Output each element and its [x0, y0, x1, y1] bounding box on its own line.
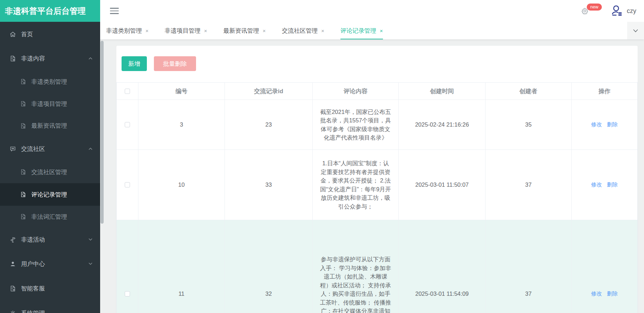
- cell-content: 参与非遗保护可从以下方面入手： 学习与体验：参加非遗工坊（如扎染、木雕课程）或社…: [313, 220, 399, 313]
- cell-content: 1.日本“人间国宝”制度：认定重要技艺持有者并提供资金，要求其公开授徒； 2.法…: [313, 150, 399, 220]
- row-select-cell: [117, 100, 138, 149]
- sidebar-item-community-mgmt[interactable]: 交流社区管理: [0, 161, 100, 183]
- cell-id: 3: [138, 100, 225, 149]
- main-content: 新增 批量删除 编号 交流记录id 评论内容 创建时间 创建者 操作 3 23: [100, 39, 644, 313]
- chevron-down-icon: [89, 263, 92, 265]
- toolbar: 新增 批量删除: [116, 46, 638, 71]
- document-gear-icon: [9, 285, 16, 292]
- edit-link[interactable]: 修改: [591, 121, 602, 128]
- hamburger-menu-icon[interactable]: [110, 8, 119, 14]
- edit-link[interactable]: 修改: [591, 181, 602, 189]
- tab-project-mgmt[interactable]: 非遗项目管理 ×: [165, 22, 207, 39]
- sidebar-item-system-mgmt[interactable]: 系统管理: [0, 301, 100, 313]
- select-all-checkbox[interactable]: [125, 89, 130, 94]
- tab-label: 非遗项目管理: [165, 27, 201, 35]
- table-row: 10 33 1.日本“人间国宝”制度：认定重要技艺持有者并提供资金，要求其公开授…: [117, 150, 637, 220]
- close-icon[interactable]: ×: [321, 28, 324, 34]
- tab-category-mgmt[interactable]: 非遗类别管理 ×: [106, 22, 149, 39]
- sidebar-item-community[interactable]: 交流社区: [0, 137, 100, 161]
- add-button[interactable]: 新增: [122, 56, 147, 71]
- app-screen: 非遗科普平台后台管理 首页 非遗内容 非遗类别管理: [0, 0, 644, 313]
- sidebar-item-label: 交流社区: [21, 145, 45, 153]
- row-select-cell: [117, 220, 138, 313]
- close-icon[interactable]: ×: [263, 28, 266, 34]
- header-select-cell: [117, 83, 138, 100]
- comment-records-panel: 新增 批量删除 编号 交流记录id 评论内容 创建时间 创建者 操作 3 23: [116, 46, 638, 313]
- column-header-creator: 创建者: [486, 83, 572, 100]
- sidebar-item-category-mgmt[interactable]: 非遗类别管理: [0, 70, 100, 93]
- table-row: 11 32 参与非遗保护可从以下方面入手： 学习与体验：参加非遗工坊（如扎染、木…: [117, 220, 637, 313]
- sidebar-item-project-mgmt[interactable]: 非遗项目管理: [0, 93, 100, 115]
- tab-comment-mgmt[interactable]: 评论记录管理 ×: [340, 22, 383, 39]
- delete-link[interactable]: 删除: [607, 290, 618, 298]
- sidebar-item-label: 首页: [21, 30, 33, 38]
- delete-link[interactable]: 删除: [607, 121, 618, 128]
- app-title: 非遗科普平台后台管理: [0, 0, 100, 22]
- comment-table: 编号 交流记录id 评论内容 创建时间 创建者 操作 3 23 截至2021年，…: [116, 82, 638, 313]
- document-gear-icon: [20, 78, 26, 85]
- sidebar-item-user-center[interactable]: 用户中心: [0, 251, 100, 276]
- close-icon[interactable]: ×: [204, 28, 207, 34]
- tab-label: 非遗类别管理: [106, 27, 142, 35]
- chevron-down-icon: [89, 238, 92, 241]
- chat-icon: [9, 146, 16, 152]
- document-gear-icon: [20, 123, 26, 129]
- sidebar-menu: 首页 非遗内容 非遗类别管理 非遗项目管理: [0, 22, 100, 313]
- cell-id: 11: [138, 220, 225, 313]
- cell-creator: 37: [486, 220, 572, 313]
- document-gear-icon: [20, 213, 26, 220]
- close-icon[interactable]: ×: [145, 28, 149, 34]
- row-checkbox[interactable]: [125, 291, 130, 296]
- column-header-actions: 操作: [572, 83, 637, 100]
- table-row: 3 23 截至2021年，国家已公布五批名录，共1557个项目，具体可参考《国家…: [117, 100, 637, 150]
- sidebar-item-label: 最新资讯管理: [31, 122, 67, 130]
- cell-id: 10: [138, 150, 225, 220]
- sidebar-item-news-mgmt[interactable]: 最新资讯管理: [0, 115, 100, 137]
- new-badge: new: [587, 4, 602, 11]
- cell-creator: 37: [486, 150, 572, 220]
- row-checkbox[interactable]: [125, 182, 130, 187]
- cell-created-at: 2025-03-01 11:54:09: [399, 220, 486, 313]
- batch-delete-button[interactable]: 批量删除: [154, 56, 196, 71]
- cell-record-id: 32: [225, 220, 313, 313]
- scrollbar-thumb[interactable]: [100, 41, 104, 224]
- document-gear-icon: [20, 169, 26, 175]
- close-icon[interactable]: ×: [380, 28, 383, 34]
- edit-link[interactable]: 修改: [591, 290, 602, 298]
- document-gear-icon: [9, 55, 16, 62]
- column-header-created-at: 创建时间: [399, 83, 486, 100]
- user-icon: [9, 261, 16, 267]
- cell-actions: 修改 删除: [572, 100, 637, 149]
- sidebar-item-heritage-content[interactable]: 非遗内容: [0, 46, 100, 70]
- sidebar-item-label: 系统管理: [21, 309, 45, 313]
- sidebar-item-label: 非遗活动: [21, 236, 45, 244]
- user-avatar-icon[interactable]: [610, 5, 623, 18]
- sidebar-item-label: 用户中心: [21, 260, 45, 268]
- tab-label: 最新资讯管理: [223, 27, 259, 35]
- sidebar-item-smart-service[interactable]: 智能客服: [0, 276, 100, 301]
- sidebar-item-activity[interactable]: 非遗活动: [0, 228, 100, 251]
- sidebar-item-label: 非法词汇管理: [31, 213, 67, 221]
- row-checkbox[interactable]: [125, 122, 130, 127]
- sidebar-item-illegal-words-mgmt[interactable]: 非法词汇管理: [0, 206, 100, 228]
- table-header-row: 编号 交流记录id 评论内容 创建时间 创建者 操作: [117, 83, 637, 100]
- sidebar-item-label: 非遗类别管理: [31, 78, 67, 86]
- signpost-icon: [9, 236, 16, 243]
- gear-icon: [9, 310, 16, 313]
- sidebar-item-label: 非遗内容: [21, 55, 45, 63]
- cell-creator: 35: [486, 100, 572, 149]
- column-header-record-id: 交流记录id: [225, 83, 313, 100]
- chevron-down-icon: [633, 29, 638, 32]
- delete-link[interactable]: 删除: [607, 181, 618, 189]
- sidebar-item-label: 交流社区管理: [31, 168, 67, 176]
- tab-news-mgmt[interactable]: 最新资讯管理 ×: [223, 22, 266, 39]
- username-label: czy: [627, 7, 636, 15]
- cell-record-id: 33: [225, 150, 313, 220]
- sidebar-item-comment-mgmt[interactable]: 评论记录管理: [0, 183, 100, 206]
- sidebar-item-home[interactable]: 首页: [0, 22, 100, 46]
- cell-created-at: 2025-03-01 11:50:07: [399, 150, 486, 220]
- tab-community-mgmt[interactable]: 交流社区管理 ×: [282, 22, 324, 39]
- sidebar-item-label: 智能客服: [21, 285, 45, 293]
- sidebar-item-label: 非遗项目管理: [31, 100, 67, 108]
- tab-overflow-button[interactable]: [627, 22, 644, 39]
